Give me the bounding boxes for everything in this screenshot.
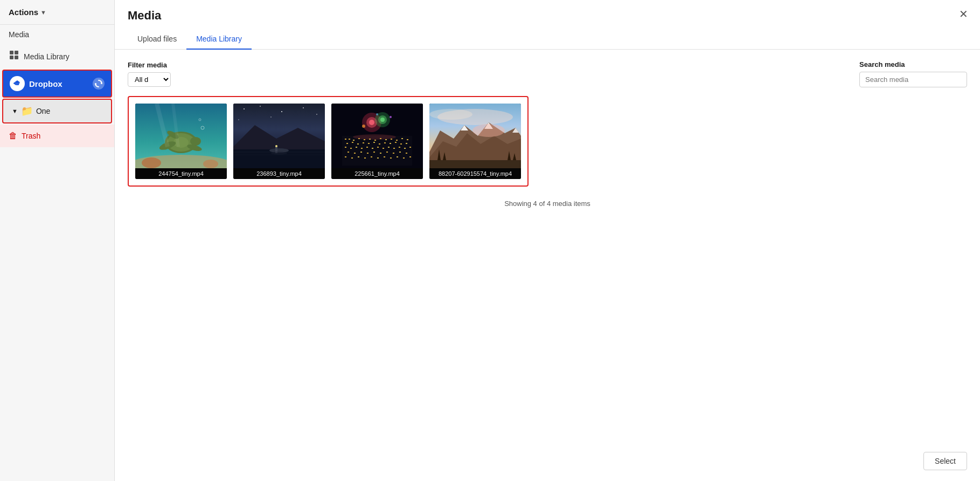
- main-panel: ✕ Media Upload files Media Library Filte…: [115, 0, 980, 481]
- svg-rect-87: [393, 153, 394, 154]
- media-filename-4: 88207-602915574_tiny.mp4: [429, 168, 521, 179]
- svg-rect-92: [358, 156, 359, 157]
- svg-rect-61: [379, 143, 380, 145]
- folder-icon: 📁: [21, 105, 33, 117]
- svg-point-113: [429, 109, 472, 120]
- svg-rect-52: [396, 140, 398, 141]
- svg-rect-53: [401, 138, 403, 139]
- svg-point-107: [362, 125, 365, 128]
- filter-label: Filter media: [128, 61, 171, 69]
- svg-rect-74: [383, 148, 384, 149]
- actions-menu[interactable]: Actions ▼: [0, 0, 114, 25]
- trash-icon: 🗑: [9, 131, 17, 141]
- svg-rect-64: [395, 142, 397, 143]
- svg-rect-78: [404, 148, 406, 149]
- chevron-icon: ▼: [12, 108, 18, 114]
- svg-rect-68: [350, 148, 352, 149]
- sync-icon: [93, 78, 105, 90]
- media-filename-2: 236893_tiny.mp4: [233, 168, 325, 179]
- svg-rect-90: [345, 156, 346, 157]
- search-label: Search media: [859, 60, 967, 68]
- close-button[interactable]: ✕: [956, 8, 971, 20]
- svg-rect-57: [357, 143, 359, 145]
- svg-rect-58: [363, 142, 364, 143]
- svg-rect-51: [391, 139, 392, 140]
- svg-rect-59: [368, 143, 370, 144]
- page-title: Media: [128, 9, 967, 23]
- svg-rect-81: [354, 153, 356, 154]
- tab-upload-files[interactable]: Upload files: [128, 29, 186, 50]
- tab-bar: Upload files Media Library: [128, 29, 967, 49]
- sidebar-item-media-library[interactable]: Media Library: [0, 44, 114, 68]
- media-library-label: Media Library: [24, 52, 69, 61]
- filter-select[interactable]: All d: [128, 72, 171, 87]
- filter-section: Filter media All d: [128, 61, 171, 87]
- svg-rect-63: [390, 143, 391, 144]
- svg-rect-85: [380, 153, 381, 154]
- svg-point-119: [472, 124, 505, 137]
- media-filename-3: 225661_tiny.mp4: [331, 168, 423, 179]
- sidebar-item-one[interactable]: ▼ 📁 One: [2, 99, 112, 123]
- svg-rect-44: [353, 140, 355, 141]
- search-input[interactable]: [859, 72, 967, 87]
- svg-rect-69: [356, 147, 357, 148]
- sidebar-item-dropbox[interactable]: Dropbox: [2, 70, 112, 98]
- svg-point-106: [380, 118, 385, 122]
- media-item[interactable]: 88207-602915574_tiny.mp4: [429, 104, 521, 179]
- svg-point-31: [270, 116, 272, 118]
- sidebar: Actions ▼ Media Media Library Dropbox: [0, 0, 115, 481]
- svg-rect-62: [384, 142, 386, 143]
- sidebar-item-media[interactable]: Media: [0, 25, 114, 44]
- svg-rect-41: [342, 136, 412, 166]
- media-thumbnail-4: [429, 104, 521, 168]
- svg-rect-98: [397, 156, 398, 157]
- svg-rect-66: [406, 143, 407, 144]
- media-thumbnail-2: [233, 104, 325, 168]
- svg-point-28: [303, 107, 304, 108]
- svg-rect-86: [386, 152, 388, 153]
- media-item[interactable]: 244754_tiny.mp4: [135, 104, 227, 179]
- filter-row: Filter media All d Search media: [128, 60, 967, 87]
- svg-rect-88: [399, 152, 401, 153]
- tab-media-library[interactable]: Media Library: [186, 29, 252, 50]
- svg-rect-43: [349, 139, 350, 140]
- svg-rect-56: [352, 142, 353, 143]
- media-label: Media: [9, 30, 29, 39]
- svg-point-108: [390, 116, 392, 118]
- svg-rect-70: [361, 148, 363, 149]
- main-header: Media Upload files Media Library: [115, 0, 980, 50]
- sidebar-item-trash[interactable]: 🗑 Trash: [0, 125, 114, 147]
- svg-rect-54: [407, 139, 408, 140]
- trash-label: Trash: [22, 132, 40, 140]
- media-grid: 244754_tiny.mp4: [128, 96, 529, 187]
- svg-point-110: [353, 134, 396, 140]
- select-button[interactable]: Select: [923, 452, 967, 470]
- svg-point-27: [281, 111, 282, 112]
- one-label: One: [36, 107, 50, 115]
- svg-rect-82: [360, 152, 362, 153]
- svg-point-103: [369, 120, 374, 125]
- svg-rect-120: [429, 160, 521, 168]
- svg-rect-80: [347, 152, 349, 153]
- svg-point-12: [203, 160, 218, 168]
- svg-rect-83: [367, 153, 369, 154]
- svg-point-26: [260, 106, 261, 107]
- svg-rect-95: [377, 157, 379, 159]
- media-filename-1: 244754_tiny.mp4: [135, 168, 227, 179]
- svg-rect-75: [388, 147, 390, 148]
- search-section: Search media: [859, 60, 967, 87]
- svg-rect-73: [377, 147, 379, 148]
- actions-chevron: ▼: [40, 9, 46, 16]
- svg-rect-48: [374, 140, 376, 141]
- svg-point-30: [238, 119, 239, 120]
- svg-rect-65: [400, 143, 402, 145]
- media-item[interactable]: 236893_tiny.mp4: [233, 104, 325, 179]
- svg-rect-91: [351, 157, 353, 159]
- svg-rect-50: [385, 139, 387, 140]
- svg-rect-79: [409, 147, 411, 148]
- media-item[interactable]: 225661_tiny.mp4: [331, 104, 423, 179]
- svg-rect-72: [372, 148, 373, 149]
- svg-rect-1: [15, 51, 18, 54]
- media-status: Showing 4 of 4 media items: [128, 200, 967, 208]
- main-body: Filter media All d Search media: [115, 50, 980, 481]
